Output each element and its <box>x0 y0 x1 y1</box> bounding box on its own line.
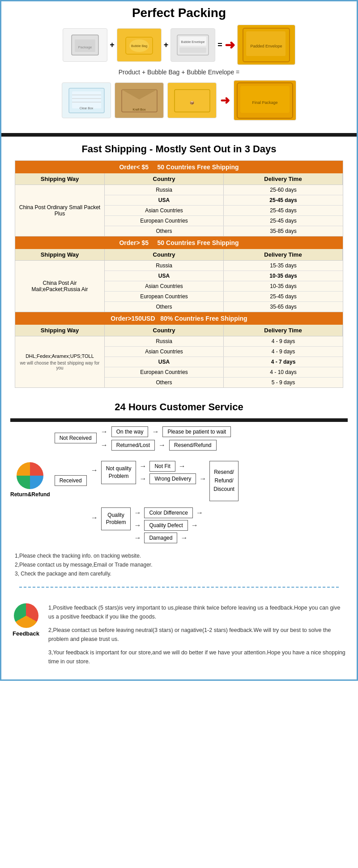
feedback-row: Feedback 1,Positive feedback (5 stars)is… <box>10 603 348 670</box>
returned-lost-row: → Returned/Lost → Resend/Refund <box>99 440 231 451</box>
arrow-icon-11: → <box>134 509 141 517</box>
shipping-col-header-1: Shipping Way Country Delivery Time <box>15 173 343 185</box>
not-quality-sub: → Not Fit → → Wrong Delivery → <box>138 461 208 484</box>
shipping-group-1-header: Order< $5 50 Countries Free Shipping <box>15 161 343 173</box>
received-branches: → Not qualityProblem → Not Fit → → Wrong… <box>90 457 239 543</box>
row-1-5: Others 35-85 days <box>105 226 343 236</box>
return-refund-area: Return&Refund Not Received → On the way … <box>10 422 348 548</box>
packing-item-2: Bubble Bag <box>117 28 162 62</box>
arrow-icon-10: → <box>91 514 98 522</box>
shipping-col-header-2: Shipping Way Country Delivery Time <box>15 249 343 261</box>
arrow-icon-15: → <box>134 534 141 542</box>
row-1-2: USA 25-45 days <box>105 195 343 206</box>
shipping-col-header-3: Shipping Way Country Delivery Time <box>15 325 343 336</box>
color-diff-row: → Color Difference → <box>132 507 204 518</box>
svg-rect-9 <box>179 47 206 53</box>
col-way-2: Shipping Way <box>15 249 105 260</box>
col-way-3: Shipping Way <box>15 325 105 336</box>
color-difference-box: Color Difference <box>144 507 192 518</box>
quality-box: QualityProblem <box>101 507 131 531</box>
packing-item-4: Padded Envelope <box>237 25 295 65</box>
not-received-box: Not Received <box>55 433 97 443</box>
col-time-3: Delivery Time <box>224 325 343 336</box>
feedback-point-1: 1,Positive feedback (5 stars)is very imp… <box>48 603 348 621</box>
packing-bottom-2: Kraft Box <box>115 82 164 118</box>
plus-2: + <box>164 40 169 50</box>
svg-rect-25 <box>240 86 290 113</box>
service-section: 24 Hours Customer Service Return&Refund … <box>1 395 357 599</box>
return-label: Return&Refund <box>10 491 50 498</box>
country-rows-3: Russia 4 - 9 days Asian Countries 4 - 9 … <box>105 336 343 387</box>
arrow-icon-6: → <box>139 462 146 470</box>
service-notes: 1,Please check the tracking info. on tra… <box>10 548 348 582</box>
on-the-way-box: On the way <box>111 426 149 437</box>
not-quality-row: → Not qualityProblem → Not Fit → → Wrong… <box>90 457 239 501</box>
arrow-red-2: ➜ <box>220 94 230 107</box>
received-section: Received → Not qualityProblem → Not Fit … <box>55 457 348 543</box>
svg-text:Package: Package <box>78 45 93 49</box>
arrow-icon-1: → <box>101 428 108 436</box>
packing-images-top: Package + Bubble Bag + Bubble Envelope =… <box>10 25 348 65</box>
col-time-2: Delivery Time <box>224 249 343 260</box>
country-rows-1: Russia 25-60 days USA 25-45 days Asian C… <box>105 185 343 236</box>
packing-bottom-1: Clear Box <box>62 82 111 118</box>
return-icon <box>17 462 43 489</box>
way-3: DHL;Fedex;Aramex;UPS;TOLL we will choose… <box>15 336 105 387</box>
not-fit-row: → Not Fit → <box>138 461 208 472</box>
note-3: 3, Check the package and item carefully. <box>15 569 343 578</box>
resend-refund-discount-box: Resend/Refund/Discount <box>209 461 239 501</box>
country-rows-2: Russia 15-35 days USA 10-35 days Asian C… <box>105 261 343 312</box>
received-box: Received <box>55 475 87 486</box>
packing-formula: Product + Bubble Bag + Bubble Envelope = <box>10 69 348 76</box>
col-country-3: Country <box>105 325 224 336</box>
feedback-section: Feedback 1,Positive feedback (5 stars)is… <box>1 599 357 679</box>
note-1: 1,Please check the tracking info. on tra… <box>15 551 343 560</box>
not-received-rows: Not Received → On the way → Please be pa… <box>55 426 348 451</box>
wrong-delivery-box: Wrong Delivery <box>149 473 196 484</box>
packing-bottom-3: 📦 <box>167 82 217 118</box>
arrow-icon-12: → <box>196 509 203 517</box>
packing-item-3: Bubble Envelope <box>170 28 215 62</box>
arrow-red: ➜ <box>225 38 235 52</box>
arrow-icon-13: → <box>134 521 141 529</box>
row-1-4: European Countries 25-45 days <box>105 216 343 226</box>
feedback-icon-col: Feedback <box>10 603 42 637</box>
quality-defect-row: → Quality Defect → <box>132 520 204 531</box>
not-quality-box: Not qualityProblem <box>101 461 136 484</box>
arrow-icon-8: → <box>139 475 146 483</box>
row-1-3: Asian Countries 25-45 days <box>105 206 343 216</box>
return-icon-area: Return&Refund <box>10 426 50 543</box>
arrow-icon-14: → <box>191 521 198 529</box>
returned-lost-box: Returned/Lost <box>111 440 155 451</box>
svg-text:Bubble Envelope: Bubble Envelope <box>181 40 205 44</box>
divider-bar-2 <box>10 418 348 422</box>
arrow-icon-5: → <box>91 466 98 474</box>
shipping-group-1-rows: China Post Ordinary Small Packet Plus Ru… <box>15 185 343 236</box>
packing-item-1: Package <box>63 28 107 62</box>
col-country-2: Country <box>105 249 224 260</box>
arrow-icon-9: → <box>199 475 206 483</box>
arrow-icon-4: → <box>158 441 166 449</box>
arrow-icon-2: → <box>152 428 159 436</box>
please-wait-box: Please be patient to wait <box>162 426 231 437</box>
plus-1: + <box>110 40 115 50</box>
not-received-branches: → On the way → Please be patient to wait… <box>99 426 231 451</box>
dashed-separator <box>19 587 339 588</box>
not-fit-box: Not Fit <box>149 461 175 472</box>
svg-text:Padded Envelope: Padded Envelope <box>250 44 282 48</box>
equals: = <box>217 40 222 50</box>
shipping-group-2-header: Order> $5 50 Countries Free Shipping <box>15 236 343 249</box>
row-1-1: Russia 25-60 days <box>105 185 343 195</box>
packing-section: Perfect Packing Package + Bubble Bag + B… <box>1 1 357 133</box>
shipping-title: Fast Shipping - Mostly Sent Out in 3 Day… <box>10 143 348 155</box>
damaged-box: Damaged <box>144 533 177 543</box>
packing-bottom-4: Final Package <box>234 80 296 120</box>
svg-text:Clear Box: Clear Box <box>79 107 93 110</box>
quality-defect-box: Quality Defect <box>144 520 188 531</box>
shipping-group-3-rows: DHL;Fedex;Aramex;UPS;TOLL we will choose… <box>15 336 343 387</box>
svg-text:📦: 📦 <box>190 100 194 105</box>
quality-sub: → Color Difference → → Quality Defect → … <box>132 507 204 543</box>
shipping-section: Fast Shipping - Mostly Sent Out in 3 Day… <box>1 137 357 395</box>
note-2: 2,Please contact us by message,Email or … <box>15 560 343 569</box>
shipping-table: Order< $5 50 Countries Free Shipping Shi… <box>15 160 343 388</box>
